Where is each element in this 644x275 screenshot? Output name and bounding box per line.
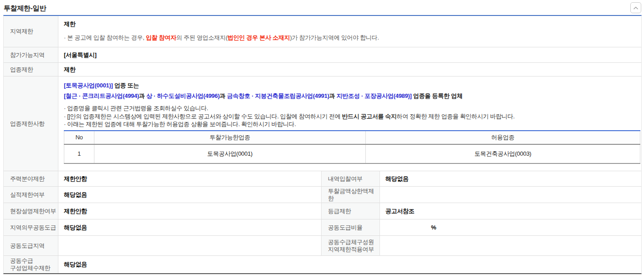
industry-code-link[interactable]: 철근 · 콘크리트공사업(4994) — [66, 92, 139, 99]
row-label: 지역의무공동도급 — [4, 219, 58, 235]
industry-code-link[interactable]: 지반조성 · 포장공사업(4989) — [337, 92, 410, 99]
allowed-industry-table: No 투찰가능한업종 허용업종 1 토목공사업(0001) 토목건축공사업(00… — [64, 130, 640, 164]
note-check-notice: · []안의 업종제한은 시스템상에 입력된 제한사항으로 공고서와 상이할 수… — [64, 112, 640, 121]
main-field-restriction-value: 제한안함 — [58, 171, 322, 186]
row-region-restriction: 지역제한 제한 · 본 공고에 입찰 참여하는 경우, 입찰 참여자의 주된 영… — [4, 16, 641, 47]
row-pair: 실적제한여부 해당없음 투찰금액상한액제한 — [4, 187, 641, 203]
row-label: 등급제한 — [322, 203, 380, 219]
chevron-up-icon — [633, 4, 639, 12]
industry-restriction-value: 제한 — [58, 63, 641, 76]
row-label: 현장설명제한여부 — [4, 203, 58, 219]
column-header-no: No — [64, 131, 94, 144]
allowed-table-row: 1 토목공사업(0001) 토목건축공사업(0003) — [64, 144, 640, 163]
row-industry-restriction: 업종제한 제한 — [4, 63, 641, 76]
industry-code-link[interactable]: 금속창호 · 지붕건축물조립공사업(4991) — [227, 92, 329, 99]
column-header-biddable: 투찰가능한업종 — [94, 131, 366, 144]
notice-highlight: 법인인 경우 본사 소재지 — [228, 34, 290, 41]
consortium-member-count-value: 해당없음 — [58, 256, 641, 273]
industry-code-link[interactable]: 상 · 하수도설비공사업(4996) — [146, 92, 220, 99]
row-label: 업종제한 — [4, 63, 58, 76]
bid-amount-cap-value — [380, 187, 641, 203]
row-label: 업종제한사항 — [4, 76, 58, 171]
note-text: 하여 정확한 제한 업종을 확인하시기 바랍니다. — [397, 113, 515, 120]
notice-highlight: 입찰 참여자 — [146, 34, 177, 41]
consortium-member-region-value — [380, 236, 641, 255]
row-label: 공동도급비율 — [322, 219, 380, 235]
collapse-section-button[interactable] — [630, 2, 641, 13]
row-label: 내역입찰여부 — [322, 171, 380, 186]
page-title: 투찰제한-일반 — [4, 4, 46, 13]
connector-text: 과 — [329, 92, 337, 99]
row-eligible-region: 참가가능지역 [서울특별시] — [4, 47, 641, 63]
industry-detail-notes: · 업종명을 클릭시 관련 근거법령을 조회하실수 있습니다. · []안의 업… — [64, 104, 640, 128]
performance-restriction-value: 해당없음 — [58, 187, 322, 203]
itemized-bid-value: 해당없음 — [380, 171, 641, 186]
section-header: 투찰제한-일반 — [0, 0, 644, 15]
notice-text: )가 참가가능지역에 있어야 합니다. — [290, 34, 379, 41]
note-text: · []안의 업종제한은 시스템상에 입력된 제한사항으로 공고서와 상이할 수… — [64, 113, 342, 120]
column-header-allowed: 허용업종 — [366, 131, 640, 144]
row-pair: 현장설명제한여부 제한안함 등급제한 공고서참조 — [4, 203, 641, 219]
bid-restriction-page: 투찰제한-일반 지역제한 제한 · 본 공고에 입찰 참여하는 경우, 입찰 참… — [0, 0, 644, 275]
note-click-law: · 업종명을 클릭시 관련 근거법령을 조회하실수 있습니다. — [64, 104, 640, 112]
row-label: 투찰금액상한액제한 — [322, 187, 380, 203]
row-label: 지역제한 — [4, 16, 58, 47]
row-label: 참가가능지역 — [4, 47, 58, 62]
industry-detail-content: [토목공사업(0001)] 업종 또는 [철근 · 콘크리트공사업(4994)과… — [58, 76, 641, 171]
cell-biddable-industry: 토목공사업(0001) — [94, 144, 366, 163]
row-industry-detail: 업종제한사항 [토목공사업(0001)] 업종 또는 [철근 · 콘크리트공사업… — [4, 76, 641, 171]
region-restriction-value: 제한 — [64, 20, 641, 28]
row-pair: 주력분야제한 제한안함 내역입찰여부 해당없음 — [4, 171, 641, 187]
row-value: 제한 · 본 공고에 입찰 참여하는 경우, 입찰 참여자의 주된 영업소재지(… — [58, 16, 641, 47]
connector-text: 과 — [220, 92, 227, 99]
row-consortium-member-count: 공동수급 구성업체수제한 해당없음 — [4, 256, 641, 273]
row-label: 공동도급지역 — [4, 236, 58, 255]
industry-line-2: [철근 · 콘크리트공사업(4994)과 상 · 하수도설비공사업(4996)과… — [64, 91, 640, 101]
row-pair: 공동도급지역 공동수급체구성원 지역제한적용여부 — [4, 236, 641, 256]
row-pair: 지역의무공동도급 해당없음 공동도급비율 % — [4, 219, 641, 236]
cell-no: 1 — [64, 144, 94, 163]
region-restriction-notice: · 본 공고에 입찰 참여하는 경우, 입찰 참여자의 주된 영업소재지(법인인… — [64, 34, 641, 42]
line-text: 업종을 등록한 업체 — [412, 92, 463, 99]
industry-code-link[interactable]: 토목공사업(0001) — [66, 82, 111, 89]
industry-line-1: [토목공사업(0001)] 업종 또는 — [64, 80, 640, 91]
grade-restriction-value: 공고서참조 — [380, 203, 641, 219]
allowed-table-header-row: No 투찰가능한업종 허용업종 — [64, 131, 640, 144]
row-label: 공동수급체구성원 지역제한적용여부 — [322, 236, 380, 255]
cell-allowed-industry: 토목건축공사업(0003) — [366, 144, 640, 163]
connector-text: 과 — [139, 92, 146, 99]
notice-text: · 본 공고에 입찰 참여하는 경우, — [64, 34, 146, 41]
note-bold-text: 반드시 공고서를 숙지 — [342, 113, 397, 120]
line-text: 업종 또는 — [113, 82, 139, 89]
note-allowed-table: · 아래는 제한된 업종에 대해 투찰가능한 허용업종 상황을 보여줍니다. 확… — [64, 120, 640, 128]
restriction-table: 지역제한 제한 · 본 공고에 입찰 참여하는 경우, 입찰 참여자의 주된 영… — [3, 15, 642, 274]
eligible-region-value: [서울특별시] — [58, 47, 641, 62]
joint-contract-ratio-value: % — [380, 219, 641, 235]
regional-joint-contract-value: 해당없음 — [58, 219, 322, 235]
notice-text: 의 주된 영업소재지( — [176, 34, 227, 41]
row-label: 공동수급 구성업체수제한 — [4, 256, 58, 273]
joint-contract-region-value — [58, 236, 322, 255]
site-briefing-restriction-value: 제한안함 — [58, 203, 322, 219]
row-label: 주력분야제한 — [4, 171, 58, 186]
row-label: 실적제한여부 — [4, 187, 58, 203]
